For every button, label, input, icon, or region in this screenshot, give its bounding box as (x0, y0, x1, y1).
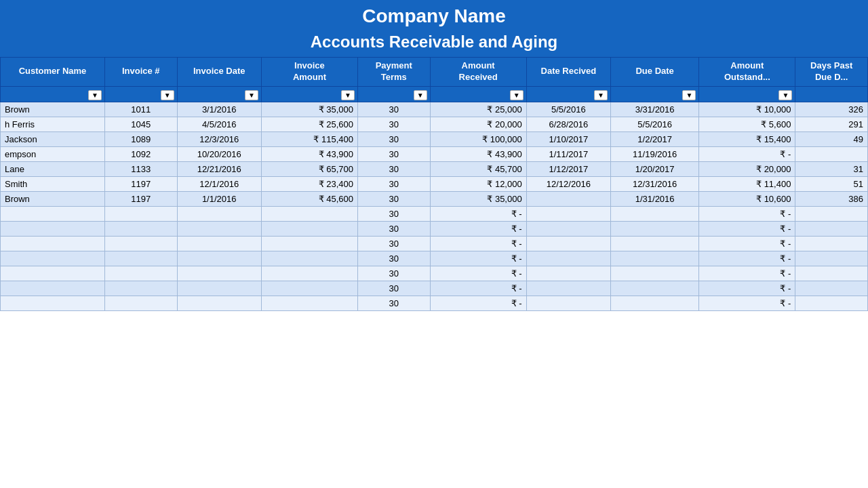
cell-payment_terms: 30 (357, 236, 430, 251)
filter-amount-received[interactable]: ▼ (430, 86, 526, 102)
cell-date_received: 1/12/2017 (526, 161, 610, 176)
cell-days_due (795, 251, 868, 266)
cell-due_date (611, 206, 699, 221)
cell-invoice_date: 12/1/2016 (177, 176, 261, 191)
filter-payment-terms-btn[interactable]: ▼ (414, 90, 427, 100)
cell-invoice_date: 12/21/2016 (177, 161, 261, 176)
col-header-customer: Customer Name (1, 58, 105, 87)
filter-date-received[interactable]: ▼ (526, 86, 610, 102)
table-row: 30₹ -₹ - (1, 236, 868, 251)
cell-invoice_amount (261, 251, 357, 266)
cell-customer: Brown (1, 102, 105, 117)
filter-days-due (795, 86, 868, 102)
cell-days_due: 51 (795, 176, 868, 191)
cell-invoice_num: 1092 (104, 146, 177, 161)
cell-invoice_date (177, 251, 261, 266)
cell-days_due (795, 281, 868, 296)
cell-customer (1, 236, 105, 251)
cell-payment_terms: 30 (357, 206, 430, 221)
cell-days_due (795, 296, 868, 310)
cell-invoice_amount (261, 236, 357, 251)
cell-invoice_amount: ₹ 25,600 (261, 117, 357, 131)
filter-amount-outstanding-btn[interactable]: ▼ (778, 90, 792, 100)
table-row: Lane113312/21/2016₹ 65,70030₹ 45,7001/12… (1, 161, 868, 176)
cell-payment_terms: 30 (357, 176, 430, 191)
cell-payment_terms: 30 (357, 161, 430, 176)
cell-date_received: 1/10/2017 (526, 131, 610, 146)
cell-invoice_num: 1089 (104, 131, 177, 146)
filter-invoice-date[interactable]: ▼ (177, 86, 261, 102)
cell-amount_received: ₹ - (430, 236, 526, 251)
cell-date_received (526, 236, 610, 251)
table-row: Smith119712/1/2016₹ 23,40030₹ 12,00012/1… (1, 176, 868, 191)
filter-invoice-num[interactable]: ▼ (104, 86, 177, 102)
filter-due-date[interactable]: ▼ (611, 86, 699, 102)
cell-invoice_num: 1197 (104, 176, 177, 191)
cell-invoice_num: 1133 (104, 161, 177, 176)
cell-amount_received: ₹ 25,000 (430, 102, 526, 117)
filter-customer[interactable]: ▼ (1, 86, 105, 102)
cell-invoice_amount (261, 296, 357, 310)
cell-amount_outstanding: ₹ - (699, 206, 795, 221)
cell-payment_terms: 30 (357, 191, 430, 206)
cell-amount_received: ₹ 45,700 (430, 161, 526, 176)
cell-invoice_num (104, 206, 177, 221)
cell-amount_outstanding: ₹ 15,400 (699, 131, 795, 146)
cell-due_date: 1/31/2016 (611, 191, 699, 206)
filter-amount-outstanding[interactable]: ▼ (699, 86, 795, 102)
cell-days_due (795, 206, 868, 221)
filter-payment-terms[interactable]: ▼ (357, 86, 430, 102)
cell-invoice_date (177, 206, 261, 221)
cell-amount_received: ₹ - (430, 221, 526, 236)
cell-customer: Brown (1, 191, 105, 206)
filter-customer-btn[interactable]: ▼ (88, 90, 102, 100)
filter-invoice-date-btn[interactable]: ▼ (245, 90, 258, 100)
cell-due_date: 1/20/2017 (611, 161, 699, 176)
cell-date_received (526, 296, 610, 310)
cell-amount_outstanding: ₹ 10,600 (699, 191, 795, 206)
table-row: 30₹ -₹ - (1, 221, 868, 236)
cell-amount_outstanding: ₹ - (699, 221, 795, 236)
cell-due_date (611, 236, 699, 251)
cell-customer: Smith (1, 176, 105, 191)
cell-invoice_date (177, 266, 261, 281)
col-header-invoice-date: Invoice Date (177, 58, 261, 87)
cell-invoice_num (104, 236, 177, 251)
table-row: 30₹ -₹ - (1, 251, 868, 266)
filter-due-date-btn[interactable]: ▼ (682, 90, 696, 100)
cell-due_date (611, 266, 699, 281)
cell-invoice_date: 1/1/2016 (177, 191, 261, 206)
cell-days_due: 326 (795, 102, 868, 117)
cell-invoice_num: 1011 (104, 102, 177, 117)
cell-invoice_amount: ₹ 43,900 (261, 146, 357, 161)
cell-invoice_num (104, 281, 177, 296)
filter-invoice-num-btn[interactable]: ▼ (161, 90, 174, 100)
cell-invoice_date (177, 236, 261, 251)
cell-days_due (795, 266, 868, 281)
cell-days_due: 49 (795, 131, 868, 146)
cell-amount_received: ₹ - (430, 251, 526, 266)
cell-amount_outstanding: ₹ - (699, 281, 795, 296)
cell-amount_outstanding: ₹ - (699, 236, 795, 251)
cell-amount_received: ₹ 12,000 (430, 176, 526, 191)
cell-invoice_date: 3/1/2016 (177, 102, 261, 117)
filter-amount-received-btn[interactable]: ▼ (510, 90, 524, 100)
filter-invoice-amount[interactable]: ▼ (261, 86, 357, 102)
filter-invoice-amount-btn[interactable]: ▼ (341, 90, 355, 100)
col-header-date-received: Date Recived (526, 58, 610, 87)
col-header-amount-received: AmountReceived (430, 58, 526, 87)
cell-date_received: 5/5/2016 (526, 102, 610, 117)
cell-amount_outstanding: ₹ 20,000 (699, 161, 795, 176)
cell-date_received (526, 266, 610, 281)
column-headers: Customer Name Invoice # Invoice Date Inv… (1, 58, 868, 87)
table-container: Customer Name Invoice # Invoice Date Inv… (0, 57, 868, 311)
cell-invoice_amount (261, 281, 357, 296)
cell-days_due (795, 146, 868, 161)
cell-payment_terms: 30 (357, 131, 430, 146)
cell-invoice_num (104, 296, 177, 310)
cell-days_due (795, 221, 868, 236)
col-header-payment-terms: PaymentTerms (357, 58, 430, 87)
filter-date-received-btn[interactable]: ▼ (594, 90, 608, 100)
cell-payment_terms: 30 (357, 146, 430, 161)
cell-amount_outstanding: ₹ - (699, 266, 795, 281)
